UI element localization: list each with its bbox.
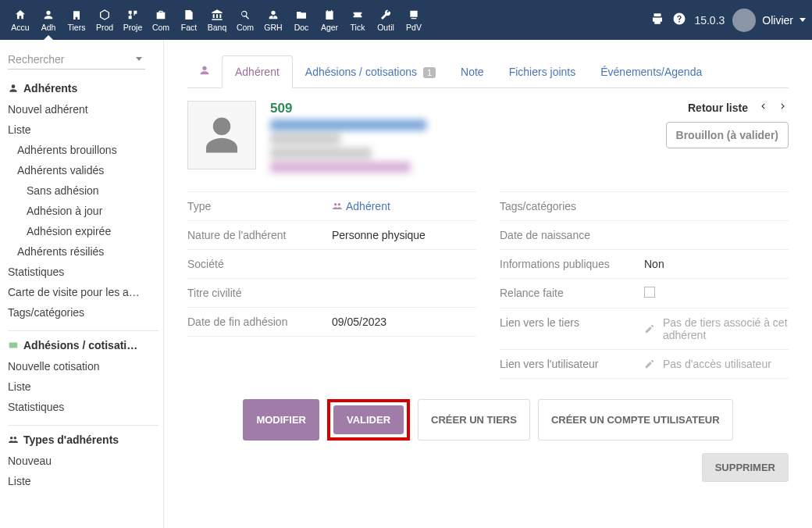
calendar-icon: [323, 9, 336, 21]
sidebar-link[interactable]: Adhérents validés: [8, 160, 153, 180]
tab-adherent[interactable]: Adhérent: [222, 55, 293, 88]
topnav-ager[interactable]: Ager: [315, 1, 344, 40]
topnav-pdv[interactable]: PdV: [400, 1, 428, 40]
sidebar-link[interactable]: Nouvel adhérent: [8, 99, 153, 120]
creer-tiers-button[interactable]: CRÉER UN TIERS: [418, 399, 530, 441]
sidebar-title-types: Types d'adhérents: [8, 433, 162, 446]
modifier-button[interactable]: MODIFIER: [243, 399, 319, 441]
topnav-com[interactable]: Com: [231, 1, 259, 40]
sidebar-link[interactable]: Nouvelle cotisation: [8, 356, 153, 376]
tab-fichiers[interactable]: Fichiers joints: [497, 56, 589, 87]
sidebar-link[interactable]: Nouveau: [8, 451, 153, 471]
sidebar-link[interactable]: Liste: [8, 120, 153, 140]
pencil-icon[interactable]: [644, 359, 655, 369]
next-record-button[interactable]: [778, 101, 789, 114]
sidebar-link[interactable]: Adhésion expirée: [8, 221, 153, 241]
search-placeholder: Rechercher: [8, 53, 64, 66]
pencil-icon[interactable]: [644, 323, 655, 334]
chevron-down-icon: [136, 57, 142, 61]
sidebar-link[interactable]: Adhérents résiliés: [8, 241, 153, 262]
topnav-prod[interactable]: Prod: [91, 1, 119, 40]
search-icon: [239, 9, 251, 21]
action-buttons: MODIFIER VALIDER CRÉER UN TIERS CRÉER UN…: [187, 399, 789, 441]
user-icon: [187, 64, 222, 79]
invoice-icon: [183, 9, 195, 21]
topnav-com[interactable]: Com: [147, 1, 175, 40]
usertie-icon: [267, 9, 280, 21]
search-input[interactable]: Rechercher: [8, 49, 145, 70]
topnav-tick[interactable]: Tick: [344, 1, 372, 40]
topnav-doc[interactable]: Doc: [287, 1, 315, 40]
sidebar-link[interactable]: Statistiques: [8, 262, 153, 282]
tab-note[interactable]: Note: [448, 56, 497, 87]
user-icon: [8, 83, 19, 94]
chevron-down-icon: [800, 18, 806, 22]
content: Adhérent Adhésions / cotisations 1 Note …: [164, 40, 812, 528]
detail-row: Date de naissance: [500, 220, 789, 249]
detail-row: Tags/catégories: [500, 191, 789, 220]
valider-button[interactable]: VALIDER: [333, 405, 404, 434]
user-name: Olivier: [762, 14, 793, 27]
help-icon[interactable]: [672, 12, 686, 28]
sidebar-link[interactable]: Carte de visite pour les a…: [8, 282, 153, 302]
sidebar-link[interactable]: Sans adhésion: [8, 180, 153, 201]
supprimer-button[interactable]: SUPPRIMER: [702, 453, 789, 482]
creer-compte-button[interactable]: CRÉER UN COMPTE UTILISATEUR: [538, 399, 733, 441]
detail-row: Titre civilité: [187, 278, 476, 307]
topnav-banq[interactable]: Banq: [203, 1, 231, 40]
sidebar-link[interactable]: Adhérents brouillons: [8, 140, 153, 160]
wrench-icon: [379, 9, 392, 21]
pos-icon: [408, 9, 420, 21]
checkbox[interactable]: [644, 287, 655, 298]
card-icon: [8, 340, 19, 351]
back-to-list-link[interactable]: Retour liste: [688, 102, 748, 114]
version-label: 15.0.3: [694, 14, 725, 27]
sidebar-link[interactable]: Tags/catégories: [8, 302, 153, 323]
sidebar-link[interactable]: Liste: [8, 471, 153, 491]
briefcase-icon: [155, 9, 167, 21]
top-right: 15.0.3 Olivier: [650, 9, 806, 32]
home-icon: [14, 9, 27, 21]
topnav-grh[interactable]: GRH: [259, 1, 287, 40]
topnav-outil[interactable]: Outil: [372, 1, 400, 40]
print-icon[interactable]: [650, 12, 664, 28]
project-icon: [126, 9, 139, 21]
detail-row: Nature de l'adhérentPersonne physique: [187, 220, 476, 249]
highlight-valider: VALIDER: [327, 399, 410, 441]
topnav-proje[interactable]: Proje: [119, 1, 147, 40]
record-id[interactable]: 509: [270, 101, 426, 116]
sidebar-title-adherents: Adhérents: [8, 82, 162, 95]
avatar-icon: [198, 112, 245, 159]
user-icon: [42, 9, 55, 21]
detail-row: Relance faite: [500, 278, 789, 308]
topnav-fact[interactable]: Fact: [175, 1, 203, 40]
tab-cotisations[interactable]: Adhésions / cotisations 1: [293, 56, 448, 87]
details-left: TypeAdhérentNature de l'adhérentPersonne…: [187, 191, 476, 379]
sidebar-title-cotisations: Adhésions / cotisati…: [8, 339, 162, 351]
building-icon: [70, 9, 83, 21]
details-right: Tags/catégoriesDate de naissanceInformat…: [500, 191, 789, 379]
detail-row: TypeAdhérent: [187, 191, 476, 220]
users-icon: [8, 434, 19, 445]
detail-row: Date de fin adhésion09/05/2023: [187, 307, 476, 337]
cube-icon: [98, 9, 111, 21]
topnav-accu[interactable]: Accu: [6, 1, 34, 40]
sidebar-link[interactable]: Adhésion à jour: [8, 201, 153, 221]
detail-row: Société: [187, 249, 476, 278]
detail-row: Lien vers le tiersPas de tiers associé à…: [500, 308, 789, 349]
user-menu[interactable]: Olivier: [732, 9, 806, 32]
topnav-tiers[interactable]: Tiers: [62, 1, 91, 40]
badge: 1: [423, 67, 436, 78]
prev-record-button[interactable]: [757, 101, 768, 114]
detail-row: Lien vers l'utilisateurPas d'accès utili…: [500, 349, 789, 379]
record-avatar: [187, 101, 256, 169]
topnav-adh[interactable]: Adh: [34, 1, 62, 40]
tab-agenda[interactable]: Événements/Agenda: [588, 56, 714, 87]
sidebar: Rechercher Adhérents Nouvel adhérentList…: [0, 40, 164, 528]
users-icon: [332, 201, 343, 212]
sidebar-link[interactable]: Statistiques: [8, 397, 153, 417]
folder-icon: [295, 9, 308, 21]
sidebar-link[interactable]: Liste: [8, 376, 153, 397]
top-bar: AccuAdhTiersProdProjeComFactBanqComGRHDo…: [0, 0, 812, 40]
ticket-icon: [351, 9, 364, 21]
